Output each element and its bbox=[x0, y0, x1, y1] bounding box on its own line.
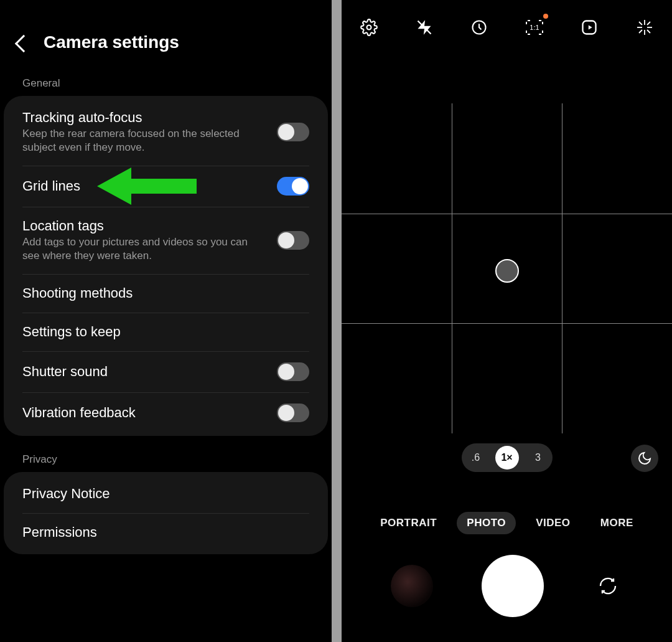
svg-line-13 bbox=[647, 22, 650, 25]
camera-topbar: 1:1 bbox=[342, 0, 672, 50]
row-title: Tracking auto-focus bbox=[22, 110, 264, 126]
filters-icon[interactable] bbox=[635, 17, 655, 37]
section-label-general: General bbox=[0, 71, 332, 96]
page-title: Camera settings bbox=[44, 32, 179, 52]
row-location-tags[interactable]: Location tags Add tags to your pictures … bbox=[4, 207, 328, 274]
mode-photo[interactable]: PHOTO bbox=[457, 512, 516, 534]
toggle-vibration-feedback[interactable] bbox=[277, 404, 309, 422]
camera-viewfinder-screen: 1:1 bbox=[342, 0, 672, 642]
viewfinder[interactable] bbox=[342, 103, 672, 433]
row-settings-to-keep[interactable]: Settings to keep bbox=[4, 313, 328, 351]
toggle-location-tags[interactable] bbox=[277, 231, 309, 250]
camera-settings-screen: Camera settings General Tracking auto-fo… bbox=[0, 0, 332, 642]
zoom-option[interactable]: 3 bbox=[526, 446, 550, 470]
focus-indicator-icon bbox=[495, 259, 519, 283]
moon-icon bbox=[637, 451, 652, 466]
row-shooting-methods[interactable]: Shooting methods bbox=[4, 274, 328, 313]
section-label-privacy: Privacy bbox=[0, 447, 332, 472]
row-desc: Add tags to your pictures and videos so … bbox=[22, 235, 264, 263]
row-shutter-sound[interactable]: Shutter sound bbox=[4, 351, 328, 392]
switch-camera-button[interactable] bbox=[593, 571, 623, 601]
settings-group-general: Tracking auto-focus Keep the rear camera… bbox=[4, 96, 328, 436]
toggle-grid-lines[interactable] bbox=[277, 177, 309, 196]
gallery-thumbnail[interactable] bbox=[391, 565, 433, 607]
row-title: Location tags bbox=[22, 218, 264, 234]
grid-line-icon bbox=[562, 103, 562, 433]
camera-bottom-bar bbox=[342, 555, 672, 617]
motion-photo-icon[interactable] bbox=[579, 17, 599, 37]
zoom-option-active[interactable]: 1× bbox=[495, 446, 519, 470]
svg-point-1 bbox=[367, 26, 371, 30]
svg-marker-7 bbox=[589, 26, 592, 30]
zoom-option[interactable]: .6 bbox=[464, 446, 488, 470]
row-desc: Keep the rear camera focused on the sele… bbox=[22, 127, 264, 154]
row-title: Vibration feedback bbox=[22, 405, 264, 421]
row-vibration-feedback[interactable]: Vibration feedback bbox=[4, 392, 328, 433]
toggle-shutter-sound[interactable] bbox=[277, 362, 309, 381]
settings-group-privacy: Privacy Notice Permissions bbox=[4, 472, 328, 554]
mode-portrait[interactable]: PORTRAIT bbox=[370, 512, 447, 534]
flash-off-icon[interactable] bbox=[414, 17, 434, 37]
timer-icon[interactable] bbox=[469, 17, 489, 37]
row-title: Shooting methods bbox=[22, 285, 297, 301]
switch-camera-icon bbox=[597, 575, 619, 597]
svg-line-14 bbox=[639, 30, 642, 33]
night-mode-button[interactable] bbox=[631, 445, 658, 472]
row-permissions[interactable]: Permissions bbox=[4, 513, 328, 552]
shutter-button[interactable] bbox=[482, 555, 544, 617]
grid-line-icon bbox=[342, 214, 672, 214]
settings-header: Camera settings bbox=[0, 0, 332, 71]
row-title: Grid lines bbox=[22, 178, 264, 194]
back-icon[interactable] bbox=[15, 35, 32, 52]
zoom-selector[interactable]: .6 1× 3 bbox=[462, 443, 553, 472]
notification-dot-icon bbox=[543, 14, 548, 19]
row-title: Settings to keep bbox=[22, 324, 297, 340]
svg-line-15 bbox=[647, 30, 650, 33]
gear-icon[interactable] bbox=[359, 17, 379, 37]
row-title: Permissions bbox=[22, 524, 297, 541]
mode-video[interactable]: VIDEO bbox=[526, 512, 580, 534]
toggle-tracking-auto-focus[interactable] bbox=[277, 123, 309, 141]
svg-line-12 bbox=[639, 22, 642, 25]
row-title: Shutter sound bbox=[22, 364, 264, 380]
row-privacy-notice[interactable]: Privacy Notice bbox=[4, 474, 328, 513]
grid-line-icon bbox=[452, 103, 452, 433]
row-tracking-auto-focus[interactable]: Tracking auto-focus Keep the rear camera… bbox=[4, 98, 328, 166]
svg-text:1:1: 1:1 bbox=[530, 24, 539, 31]
row-title: Privacy Notice bbox=[22, 486, 297, 502]
row-grid-lines[interactable]: Grid lines bbox=[4, 166, 328, 207]
mode-more[interactable]: MORE bbox=[590, 512, 643, 534]
aspect-ratio-icon[interactable]: 1:1 bbox=[525, 17, 544, 37]
mode-selector[interactable]: PORTRAIT PHOTO VIDEO MORE bbox=[342, 512, 672, 534]
grid-line-icon bbox=[342, 323, 672, 324]
